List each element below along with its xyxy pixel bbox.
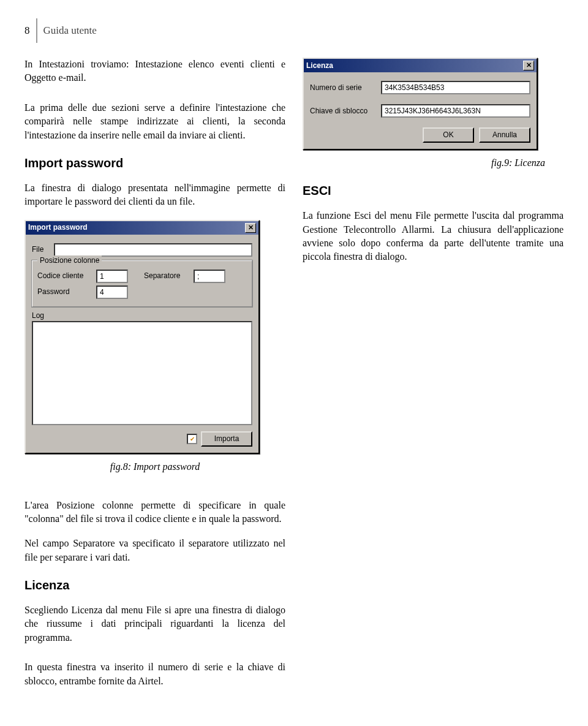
page-number: 8	[24, 25, 36, 37]
import-checkbox[interactable]: ✔	[187, 434, 197, 444]
file-label: File	[32, 244, 50, 255]
password-input[interactable]	[96, 285, 128, 299]
numero-di-serie-label: Numero di serie	[310, 83, 377, 93]
paragraph: La prima delle due sezioni serve a defin…	[24, 101, 285, 142]
header-divider	[36, 18, 37, 43]
heading-esci: ESCI	[303, 182, 564, 199]
dialog-title: Licenza	[306, 61, 333, 71]
import-password-dialog: Import password ✕ File Posizione colonne…	[24, 220, 260, 454]
close-icon[interactable]: ✕	[523, 61, 534, 70]
separatore-label: Separatore	[144, 271, 190, 281]
chiave-di-sblocco-input[interactable]	[381, 104, 530, 118]
paragraph: L'area Posizione colonne permette di spe…	[24, 499, 285, 526]
annulla-button[interactable]: Annulla	[479, 127, 530, 143]
paragraph: Scegliendo Licenza dal menu File si apre…	[24, 603, 285, 645]
left-column: In Intestazioni troviamo: Intestazione e…	[24, 58, 285, 699]
ok-button[interactable]: OK	[423, 127, 474, 143]
codice-cliente-input[interactable]	[96, 270, 128, 283]
log-label: Log	[32, 311, 252, 321]
right-column: Licenza ✕ Numero di serie Chiave di sblo…	[303, 58, 564, 699]
chiave-di-sblocco-label: Chiave di sblocco	[310, 106, 377, 116]
dialog-titlebar: Import password ✕	[26, 221, 258, 235]
figure-caption-8: fig.8: Import password	[24, 460, 285, 474]
password-label: Password	[37, 287, 92, 297]
dialog-titlebar: Licenza ✕	[304, 59, 537, 72]
paragraph: In Intestazioni troviamo: Intestazione e…	[24, 58, 285, 85]
page-header: 8 Guida utente	[24, 18, 564, 43]
dialog-title: Import password	[28, 222, 88, 233]
paragraph: Nel campo Separatore va specificato il s…	[24, 537, 285, 564]
paragraph: La funzione Esci del menu File permette …	[303, 209, 564, 264]
group-title: Posizione colonne	[37, 255, 102, 266]
posizione-colonne-group: Posizione colonne Codice cliente Separat…	[32, 260, 252, 307]
codice-cliente-label: Codice cliente	[37, 271, 92, 281]
header-title: Guida utente	[43, 25, 97, 37]
close-icon[interactable]: ✕	[245, 223, 256, 233]
log-textarea[interactable]	[32, 321, 252, 425]
importa-button[interactable]: Importa	[201, 431, 252, 447]
figure-caption-9: fig.9: Licenza	[303, 156, 545, 170]
paragraph: In questa finestra va inserito il numero…	[24, 660, 285, 688]
paragraph: La finestra di dialogo presentata nell'i…	[24, 181, 285, 209]
separatore-input[interactable]	[194, 270, 225, 283]
licenza-dialog: Licenza ✕ Numero di serie Chiave di sblo…	[303, 58, 538, 150]
numero-di-serie-input[interactable]	[381, 81, 530, 94]
heading-licenza: Licenza	[24, 577, 285, 594]
file-input[interactable]	[54, 243, 252, 257]
heading-import-password: Import password	[24, 154, 285, 172]
